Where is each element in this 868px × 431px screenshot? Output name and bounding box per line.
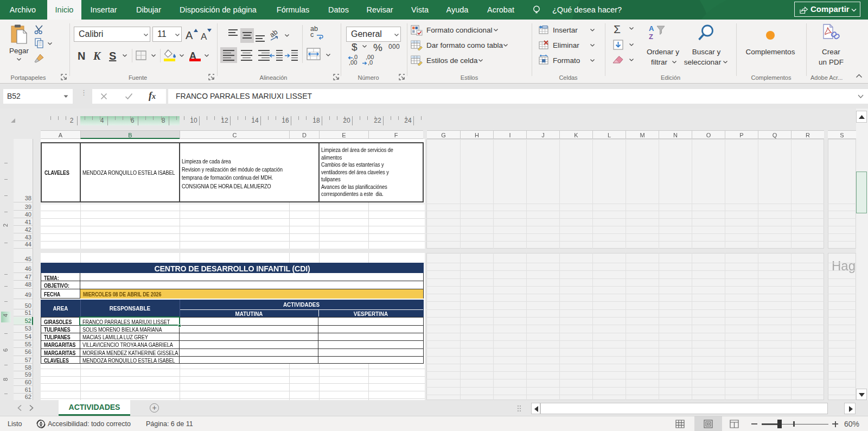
svg-text:A: A xyxy=(649,24,654,33)
svg-text:Z: Z xyxy=(649,33,653,40)
